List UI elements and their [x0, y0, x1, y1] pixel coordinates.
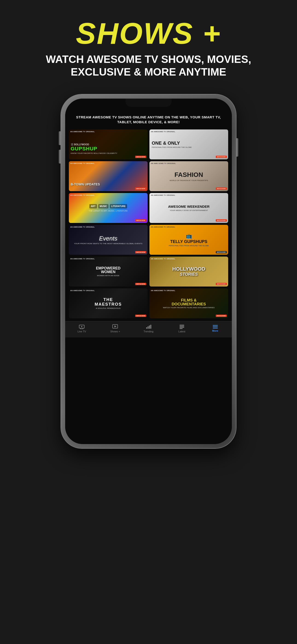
empowered-title: EMPOWEREDWOMEN: [96, 266, 121, 274]
phone-screen: STREAM AWESOME TV SHOWS ONLINE ANYTIME O…: [65, 98, 232, 444]
svg-rect-13: [180, 327, 184, 328]
phone-outer: STREAM AWESOME TV SHOWS ONLINE ANYTIME O…: [61, 94, 236, 448]
svg-rect-7: [146, 327, 147, 329]
menu-icon: [213, 325, 218, 328]
card-content: B-TOWN UPDATES: [69, 161, 148, 191]
btown-title: B-TOWN UPDATES: [71, 182, 100, 186]
show-card-maestros[interactable]: AN AWESOME TV ORIGINAL THEMAESTROS A SOU…: [69, 288, 148, 318]
card-content: THEMAESTROS A SOULFUL RENDEZVOUS: [69, 288, 148, 318]
phone-inner: STREAM AWESOME TV SHOWS ONLINE ANYTIME O…: [65, 98, 232, 444]
svg-rect-14: [180, 328, 182, 329]
tv-icon: [79, 324, 85, 329]
svg-rect-9: [149, 326, 150, 329]
shows-grid: AN AWESOME TV ORIGINAL 🎬 BOLLYWOOD GUPSH…: [65, 127, 232, 321]
watch-button[interactable]: WATCH NOW: [216, 315, 227, 317]
show-card-one-only[interactable]: AN AWESOME TV ORIGINAL ONE & ONLY PERSON…: [150, 130, 228, 160]
show-card-events[interactable]: AN AWESOME TV ORIGINAL Events YOUR FRONT…: [69, 225, 148, 255]
show-card-telly[interactable]: AN AWESOME TV ORIGINAL 📺 TELLY GUPSHUPS …: [150, 225, 228, 255]
hollywood-title: HOLLYWOODStories: [172, 266, 205, 277]
nav-label-more: More: [212, 329, 218, 332]
stream-text: STREAM AWESOME TV SHOWS ONLINE ANYTIME O…: [65, 110, 232, 127]
trending-icon: [146, 324, 152, 329]
watch-button[interactable]: WATCH NOW: [216, 188, 227, 190]
show-card-fashion[interactable]: AN AWE SOME TV ORIGINAL FASHION WORLD OF…: [150, 161, 228, 191]
show-card-empowered[interactable]: AN AWESOME TV ORIGINAL EMPOWEREDWOMEN WO…: [69, 256, 148, 286]
nav-item-latest[interactable]: Latest: [173, 324, 191, 333]
card-content: ART MUSIC LITERATURE THE LATEST IN ART, …: [69, 193, 148, 223]
show-card-btown[interactable]: AN AWESOME TV ORIGINAL B-TOWN UPDATES WA…: [69, 161, 148, 191]
card-content: 📺 TELLY GUPSHUPS PERSONALITIES FROM AROU…: [150, 225, 228, 255]
watch-button[interactable]: WATCH NOW: [135, 156, 146, 158]
card-content: 🎬 BOLLYWOOD GUPSHUP KNOW YOUR FAVORITE B…: [69, 130, 148, 160]
card-content: ONE & ONLY PERSONALITIES FROM AROUND THE…: [150, 130, 228, 160]
show-card-weekender[interactable]: AN AWESOME TV ORIGINAL AWESOME WEEKENDER…: [150, 193, 228, 223]
films-title: FILMS &DOCUMENTARIES: [172, 298, 206, 306]
card-content: Events YOUR FRONT-ROW SEATS TO THE MOST …: [69, 225, 148, 255]
card-content: FASHION WORLD OF FASHION AT YOUR FINGERT…: [150, 161, 228, 191]
card-subtitle: YOUR FRONT-ROW SEATS TO THE MOST MEMORAB…: [74, 242, 142, 244]
app-title: SHOWS +: [14, 18, 283, 48]
weekender-subtitle: YOUR WEEKLY DOSE OF ENTERTAINMENT: [170, 209, 208, 212]
card-subtitle: THE LATEST IN ART, MUSIC, LITERATURE: [89, 210, 128, 212]
events-title: Events: [99, 235, 118, 242]
header-section: SHOWS + WATCH AWESOME TV SHOWS, MOVIES, …: [0, 14, 297, 88]
show-card-art-music[interactable]: AN AWESOME TV ORIGINAL ART MUSIC LITERAT…: [69, 193, 148, 223]
show-card-hollywood[interactable]: AN AWESOME TV ORIGINAL HOLLYWOODStories …: [150, 256, 228, 286]
phone-mockup: STREAM AWESOME TV SHOWS ONLINE ANYTIME O…: [61, 94, 236, 448]
bollywood-label: 🎬 BOLLYWOOD: [71, 143, 89, 146]
watch-button[interactable]: WATCH NOW: [135, 188, 146, 190]
card-content: EMPOWEREDWOMEN WOMEN WITH AN EDGE: [69, 256, 148, 286]
svg-rect-10: [150, 325, 151, 329]
svg-rect-8: [148, 326, 148, 329]
card-subtitle: WATCH YOUR FAVORITE FILMS AND DOCUMENTAR…: [163, 306, 214, 309]
svg-rect-12: [180, 326, 184, 326]
nav-label-shows-plus: Shows +: [110, 330, 120, 333]
card-subtitle: WOMEN WITH AN EDGE: [97, 274, 119, 277]
watch-button[interactable]: WATCH NOW: [216, 251, 227, 253]
gupshup-title: GUPSHUP: [71, 146, 98, 152]
card-subtitle: PERSONALITIES FROM AROUND THE GLOBE: [152, 146, 192, 148]
nav-label-latest: Latest: [178, 330, 185, 333]
fashion-title: FASHION: [174, 171, 203, 178]
card-content: AWESOME WEEKENDER YOUR WEEKLY DOSE OF EN…: [150, 193, 228, 223]
nav-item-shows-plus[interactable]: Shows +: [106, 324, 124, 333]
card-content: HOLLYWOODStories: [150, 256, 228, 286]
one-only-title: ONE & ONLY: [152, 141, 180, 145]
latest-icon: [179, 324, 185, 329]
card-content: FILMS &DOCUMENTARIES WATCH YOUR FAVORITE…: [150, 288, 228, 318]
svg-point-4: [81, 326, 82, 327]
watch-button[interactable]: WATCH NOW: [135, 219, 146, 222]
art-labels: ART MUSIC LITERATURE: [89, 204, 127, 208]
nav-label-live-tv: Live TV: [78, 330, 86, 333]
bottom-nav: Live TV Shows +: [65, 321, 232, 338]
power-button: [236, 138, 238, 156]
telly-title: TELLY GUPSHUPS: [170, 240, 207, 244]
weekender-title: AWESOME WEEKENDER: [168, 205, 210, 209]
volume-down-button: [59, 150, 60, 164]
play-icon: [112, 324, 118, 329]
watch-button[interactable]: WATCH NOW: [216, 283, 227, 285]
nav-item-more[interactable]: More: [206, 325, 224, 332]
card-subtitle: KNOW YOUR FAVORITE BOLLYWOOD CELEBRITY: [71, 152, 118, 154]
telly-icon: 📺: [186, 233, 192, 239]
app-subtitle: WATCH AWESOME TV SHOWS, MOVIES, EXCLUSIV…: [14, 53, 283, 78]
watch-button[interactable]: WATCH NOW: [135, 315, 146, 317]
show-card-bollywood-gupshup[interactable]: AN AWESOME TV ORIGINAL 🎬 BOLLYWOOD GUPSH…: [69, 130, 148, 160]
volume-up-button: [59, 131, 60, 145]
watch-button[interactable]: WATCH NOW: [135, 251, 146, 253]
watch-button[interactable]: WATCH NOW: [216, 156, 227, 158]
nav-label-trending: Trending: [144, 330, 153, 333]
svg-marker-6: [114, 326, 116, 327]
nav-item-trending[interactable]: Trending: [139, 324, 158, 333]
card-subtitle: A SOULFUL RENDEZVOUS: [96, 307, 121, 309]
maestros-title: THEMAESTROS: [95, 298, 122, 307]
watch-button[interactable]: WATCH NOW: [135, 283, 146, 285]
nav-item-live-tv[interactable]: Live TV: [72, 324, 91, 333]
card-subtitle: WORLD OF FASHION AT YOUR FINGERTIPS: [170, 180, 208, 182]
watch-button[interactable]: WATCH NOW: [216, 219, 227, 222]
svg-rect-11: [180, 325, 184, 326]
show-card-films[interactable]: AN AWESOME TV ORIGINAL FILMS &DOCUMENTAR…: [150, 288, 228, 318]
phone-notch: [126, 98, 172, 107]
telly-subtitle: PERSONALITIES FROM AROUND THE GLOBE: [169, 244, 209, 247]
